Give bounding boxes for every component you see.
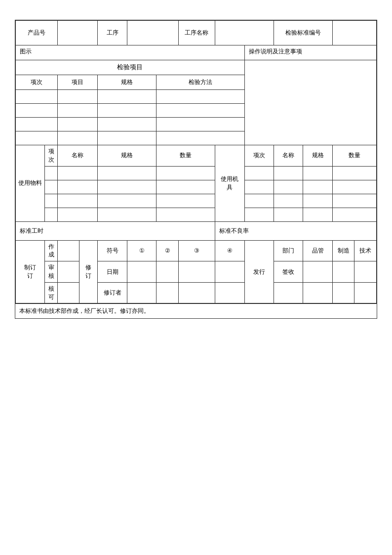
mat-name-3[interactable] (57, 194, 98, 208)
mat-spec-4[interactable] (98, 208, 157, 221)
tool-col-order-label: 项次 (244, 145, 274, 167)
mat-data-row-4 (16, 208, 377, 221)
tool-name-1[interactable] (274, 166, 303, 180)
insp-item-3[interactable] (57, 118, 98, 131)
insp-item-4[interactable] (57, 131, 98, 145)
modifier-circle1-value[interactable] (127, 282, 156, 303)
date-circle4-value[interactable] (215, 261, 244, 283)
insp-method-3[interactable] (157, 118, 244, 131)
footer-note: 本标准书由技术部作成，经厂长认可。修订亦同。 (15, 303, 377, 318)
insp-order-2[interactable] (16, 104, 58, 118)
mat-qty-3[interactable] (157, 194, 215, 208)
page: 产品号 工序 工序名称 检验标准编号 图示 操作说明及注意事项 检验项目 (0, 0, 392, 555)
product-no-value[interactable] (57, 21, 98, 45)
sign-row3-value[interactable] (274, 282, 303, 303)
tool-order-3[interactable] (244, 194, 274, 208)
inspection-std-value[interactable] (332, 21, 376, 45)
product-no-label: 产品号 (16, 21, 58, 45)
tool-qty-4[interactable] (332, 208, 376, 221)
standard-time-label: 标准工时 (16, 221, 215, 240)
mat-order-3[interactable] (45, 194, 57, 208)
materials-header-row: 使用物料 项次 名称 规格 数量 使用机具 项次 名称 规格 数量 (16, 145, 377, 167)
col-spec-label: 规格 (98, 75, 157, 90)
insp-method-4[interactable] (157, 131, 244, 145)
issue-label: 发行 (244, 240, 274, 303)
defect-rate-label: 标准不良率 (215, 221, 377, 240)
sign-row3-q[interactable] (303, 282, 332, 303)
mfg-label: 制造 (332, 240, 354, 261)
tool-spec-4[interactable] (303, 208, 332, 221)
modifier-circle2-value[interactable] (157, 282, 179, 303)
tool-name-3[interactable] (274, 194, 303, 208)
modifier-circle4-value[interactable] (215, 282, 244, 303)
mat-order-4[interactable] (45, 208, 57, 221)
mat-order-2[interactable] (45, 180, 57, 194)
mat-spec-3[interactable] (98, 194, 157, 208)
col-item-label: 项目 (57, 75, 98, 90)
sign-mfg-value[interactable] (332, 261, 354, 283)
tool-name-4[interactable] (274, 208, 303, 221)
date-circle3-value[interactable] (178, 261, 215, 283)
sign-row3-t[interactable] (354, 282, 377, 303)
insp-spec-4[interactable] (98, 131, 157, 145)
modifier-circle3-value[interactable] (178, 282, 215, 303)
insp-method-2[interactable] (157, 104, 244, 118)
sign-quality-value[interactable] (303, 261, 332, 283)
insp-item-1[interactable] (57, 90, 98, 104)
revision-row-2: 审核 日期 签收 (16, 261, 377, 283)
mat-data-row-1 (16, 166, 377, 180)
tool-qty-1[interactable] (332, 166, 376, 180)
tool-spec-1[interactable] (303, 166, 332, 180)
review-value[interactable] (57, 261, 79, 283)
mat-name-2[interactable] (57, 180, 98, 194)
use-tool-label: 使用机具 (215, 145, 244, 222)
insp-item-2[interactable] (57, 104, 98, 118)
insp-spec-2[interactable] (98, 104, 157, 118)
approve-value[interactable] (57, 282, 79, 303)
mat-qty-4[interactable] (157, 208, 215, 221)
mat-name-1[interactable] (57, 166, 98, 180)
mat-qty-2[interactable] (157, 180, 215, 194)
tool-order-1[interactable] (244, 166, 274, 180)
use-material-label: 使用物料 (16, 145, 45, 222)
insp-method-1[interactable] (157, 90, 244, 104)
mat-col-name-label: 名称 (57, 145, 98, 167)
mat-col-qty-label: 数量 (157, 145, 215, 167)
insp-spec-3[interactable] (98, 118, 157, 131)
created-value[interactable] (57, 240, 79, 261)
tech-label: 技术 (354, 240, 377, 261)
revision-row-3: 核可 修订者 (16, 282, 377, 303)
inspection-std-label: 检验标准编号 (274, 21, 332, 45)
tool-col-spec-label: 规格 (303, 145, 332, 167)
revision-sub-text: 订 (17, 272, 43, 280)
tool-spec-3[interactable] (303, 194, 332, 208)
process-value[interactable] (127, 21, 178, 45)
insp-order-1[interactable] (16, 90, 58, 104)
insp-order-3[interactable] (16, 118, 58, 131)
process-name-value[interactable] (215, 21, 274, 45)
sign-tech-value[interactable] (354, 261, 377, 283)
mat-order-1[interactable] (45, 166, 57, 180)
circle4-label: ④ (215, 240, 244, 261)
sign-row3-m[interactable] (332, 282, 354, 303)
tool-name-2[interactable] (274, 180, 303, 194)
standard-time-row: 标准工时 标准不良率 (16, 221, 377, 240)
mat-spec-2[interactable] (98, 180, 157, 194)
mat-qty-1[interactable] (157, 166, 215, 180)
mat-name-4[interactable] (57, 208, 98, 221)
insp-spec-1[interactable] (98, 90, 157, 104)
tool-spec-2[interactable] (303, 180, 332, 194)
tool-qty-2[interactable] (332, 180, 376, 194)
tool-order-4[interactable] (244, 208, 274, 221)
operation-content[interactable] (244, 60, 377, 145)
insp-order-4[interactable] (16, 131, 58, 145)
revision-label-text: 制订 (17, 263, 43, 272)
date-circle1-value[interactable] (127, 261, 156, 283)
operation-label: 操作说明及注意事项 (244, 45, 377, 60)
tool-qty-3[interactable] (332, 194, 376, 208)
mat-spec-1[interactable] (98, 166, 157, 180)
inspection-items-header-row: 检验项目 (16, 60, 377, 75)
tool-order-2[interactable] (244, 180, 274, 194)
date-circle2-value[interactable] (157, 261, 179, 283)
symbol-label: 符号 (98, 240, 127, 261)
